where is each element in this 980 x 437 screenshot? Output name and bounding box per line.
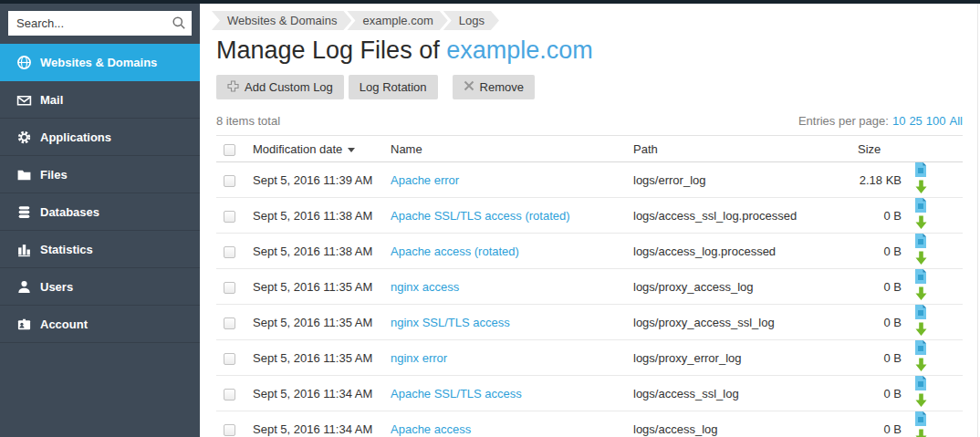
log-path: logs/access_log.processed: [633, 234, 858, 269]
log-size: 0 B: [858, 198, 905, 234]
page-size-option[interactable]: 25: [909, 114, 922, 128]
sidebar-item-statistics[interactable]: Statistics: [0, 231, 200, 268]
toolbar: Add Custom Log Log Rotation Remove: [216, 75, 963, 99]
log-size: 0 B: [858, 376, 905, 411]
download-log-icon[interactable]: [914, 358, 928, 375]
download-log-icon[interactable]: [914, 429, 928, 437]
sidebar-nav: Websites & Domains Mail Applications Fil…: [0, 44, 200, 343]
log-size: 0 B: [858, 234, 905, 269]
download-log-icon[interactable]: [914, 322, 928, 339]
download-log-icon[interactable]: [914, 180, 928, 197]
view-log-icon[interactable]: [914, 340, 927, 358]
sidebar-item-applications[interactable]: Applications: [0, 119, 200, 156]
log-name-link[interactable]: nginx error: [391, 351, 447, 365]
remove-x-icon: [464, 80, 474, 94]
sidebar-item-label: Files: [40, 168, 68, 182]
log-name-link[interactable]: Apache SSL/TLS access (rotated): [391, 209, 570, 223]
row-checkbox[interactable]: [224, 211, 235, 223]
table-row: Sept 5, 2016 11:35 AM nginx SSL/TLS acce…: [216, 305, 963, 340]
breadcrumb-item[interactable]: Logs: [443, 11, 499, 30]
download-log-icon[interactable]: [914, 251, 928, 268]
sidebar-item-mail[interactable]: Mail: [0, 81, 200, 119]
search-input[interactable]: [8, 11, 192, 36]
download-log-icon[interactable]: [914, 286, 928, 304]
row-checkbox[interactable]: [224, 353, 235, 365]
log-path: logs/access_log: [633, 411, 858, 437]
select-all-checkbox[interactable]: [224, 144, 235, 156]
modification-date: Sept 5, 2016 11:35 AM: [253, 305, 391, 340]
table-header-row: Modification date Name Path Size: [216, 136, 963, 162]
breadcrumb: Websites & Domains example.com Logs: [216, 11, 963, 30]
view-log-icon[interactable]: [914, 162, 927, 180]
view-log-icon[interactable]: [914, 305, 927, 322]
log-name-link[interactable]: Apache access (rotated): [391, 245, 519, 258]
breadcrumb-item[interactable]: Websites & Domains: [212, 11, 351, 30]
modification-date: Sept 5, 2016 11:35 AM: [253, 340, 391, 376]
breadcrumb-item[interactable]: example.com: [347, 11, 447, 30]
modification-date: Sept 5, 2016 11:38 AM: [253, 234, 391, 269]
table-row: Sept 5, 2016 11:38 AM Apache access (rot…: [216, 234, 963, 269]
table-row: Sept 5, 2016 11:34 AM Apache SSL/TLS acc…: [216, 376, 963, 411]
page-title-domain-link[interactable]: example.com: [446, 36, 593, 64]
row-checkbox[interactable]: [224, 424, 235, 436]
page-size-option[interactable]: 100: [926, 114, 946, 128]
plus-icon: [227, 80, 239, 95]
column-header-path[interactable]: Path: [633, 136, 858, 162]
sidebar-item-label: Mail: [40, 93, 63, 107]
log-path: logs/access_ssl_log: [633, 376, 858, 411]
remove-button[interactable]: Remove: [453, 75, 535, 99]
folder-icon: [16, 167, 32, 182]
sidebar-item-account[interactable]: Account: [0, 306, 200, 343]
view-log-icon[interactable]: [914, 198, 927, 215]
download-log-icon[interactable]: [914, 393, 928, 411]
download-log-icon[interactable]: [914, 215, 928, 233]
page-size-option[interactable]: All: [950, 114, 963, 128]
sidebar-item-databases[interactable]: Databases: [0, 193, 200, 231]
user-icon: [16, 279, 32, 295]
row-checkbox[interactable]: [224, 246, 235, 258]
log-size: 0 B: [858, 305, 905, 340]
row-checkbox[interactable]: [224, 282, 235, 294]
view-log-icon[interactable]: [914, 411, 927, 429]
sidebar-item-users[interactable]: Users: [0, 268, 200, 306]
modification-date: Sept 5, 2016 11:35 AM: [253, 269, 391, 305]
log-name-link[interactable]: Apache error: [391, 173, 459, 187]
content-right-divider: [977, 4, 978, 437]
entries-per-page: Entries per page:1025100All: [798, 114, 963, 128]
view-log-icon[interactable]: [914, 234, 927, 251]
items-total: 8 items total: [216, 114, 280, 128]
log-path: logs/proxy_access_ssl_log: [633, 305, 858, 340]
row-checkbox[interactable]: [224, 175, 235, 187]
globe-icon: [16, 55, 32, 70]
id-badge-icon: [16, 317, 32, 332]
log-name-link[interactable]: nginx access: [391, 280, 459, 294]
sidebar-item-label: Statistics: [40, 243, 93, 256]
add-custom-log-button[interactable]: Add Custom Log: [216, 75, 344, 99]
search-icon[interactable]: [172, 16, 186, 34]
view-log-icon[interactable]: [914, 269, 927, 286]
row-checkbox[interactable]: [224, 389, 235, 401]
sidebar: Websites & Domains Mail Applications Fil…: [0, 4, 200, 437]
sidebar-item-label: Websites & Domains: [40, 56, 157, 69]
sidebar-item-label: Applications: [40, 130, 111, 144]
page-size-option[interactable]: 10: [892, 114, 905, 128]
column-header-size[interactable]: Size: [858, 136, 905, 162]
table-row: Sept 5, 2016 11:38 AM Apache SSL/TLS acc…: [216, 198, 963, 234]
modification-date: Sept 5, 2016 11:34 AM: [253, 376, 391, 411]
column-header-modification-date[interactable]: Modification date: [253, 136, 391, 162]
sidebar-item-websites-domains[interactable]: Websites & Domains: [0, 44, 200, 81]
sidebar-item-label: Account: [40, 317, 88, 331]
log-path: logs/proxy_error_log: [633, 340, 858, 376]
sidebar-item-label: Users: [40, 280, 73, 294]
view-log-icon[interactable]: [914, 376, 927, 393]
log-name-link[interactable]: Apache access: [391, 422, 471, 436]
log-path: logs/proxy_access_log: [633, 269, 858, 305]
log-name-link[interactable]: nginx SSL/TLS access: [391, 316, 510, 329]
log-name-link[interactable]: Apache SSL/TLS access: [391, 387, 522, 401]
database-icon: [16, 204, 32, 220]
log-rotation-button[interactable]: Log Rotation: [349, 75, 438, 99]
column-header-name[interactable]: Name: [391, 136, 633, 162]
table-row: Sept 5, 2016 11:39 AM Apache error logs/…: [216, 162, 963, 198]
sidebar-item-files[interactable]: Files: [0, 156, 200, 193]
row-checkbox[interactable]: [224, 317, 235, 329]
